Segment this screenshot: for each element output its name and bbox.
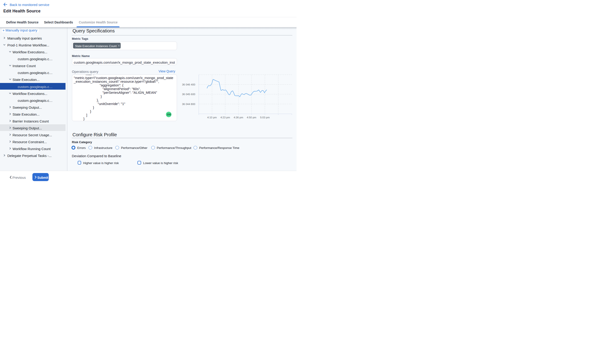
- svg-text:4:10 pm: 4:10 pm: [207, 116, 217, 119]
- svg-text:4:36 pm: 4:36 pm: [234, 116, 243, 119]
- svg-text:36 046 400: 36 046 400: [182, 83, 195, 86]
- svg-text:4:50 pm: 4:50 pm: [247, 116, 256, 119]
- svg-text:4:23 pm: 4:23 pm: [221, 116, 230, 119]
- svg-text:36 045 600: 36 045 600: [182, 93, 195, 96]
- svg-text:36 044 800: 36 044 800: [182, 103, 195, 105]
- svg-text:5:03 pm: 5:03 pm: [260, 116, 270, 119]
